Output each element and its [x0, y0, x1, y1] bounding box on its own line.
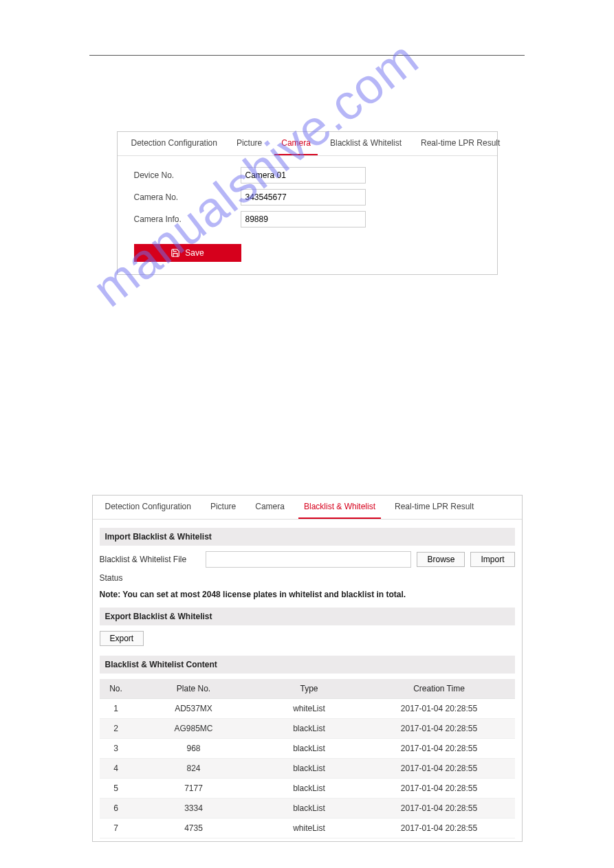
- cell-no: 4: [100, 759, 133, 779]
- cell-time: 2017-01-04 20:28:55: [364, 819, 515, 838]
- cell-time: 2017-01-04 20:28:55: [364, 759, 515, 779]
- cell-time: 2017-01-04 20:28:55: [364, 779, 515, 799]
- export-section-header: Export Blacklist & Whitelist: [100, 608, 515, 625]
- cell-plate: 4735: [133, 819, 255, 838]
- cell-type: whiteList: [255, 699, 364, 719]
- cell-plate: AG985MC: [133, 719, 255, 739]
- cell-type: blackList: [255, 719, 364, 739]
- cell-type: blackList: [255, 799, 364, 819]
- cell-time: 2017-01-04 20:28:55: [364, 739, 515, 759]
- page-divider: [89, 55, 525, 56]
- tab-camera-2[interactable]: Camera: [250, 496, 290, 519]
- save-button-label: Save: [185, 248, 204, 258]
- cell-type: whiteList: [255, 819, 364, 838]
- cell-no: 1: [100, 699, 133, 719]
- content-table: No. Plate No. Type Creation Time 1AD537M…: [100, 679, 515, 838]
- save-icon: [171, 248, 180, 258]
- cell-plate: AD537MX: [133, 699, 255, 719]
- note-text: Note: You can set at most 2048 license p…: [100, 590, 515, 599]
- cell-time: 2017-01-04 20:28:55: [364, 699, 515, 719]
- col-plate-header: Plate No.: [133, 679, 255, 699]
- cell-plate: 7177: [133, 779, 255, 799]
- cell-plate: 968: [133, 739, 255, 759]
- tab-blacklist-whitelist[interactable]: Blacklist & Whitelist: [323, 132, 408, 155]
- tab-blacklist-whitelist-2[interactable]: Blacklist & Whitelist: [298, 496, 381, 519]
- tab-realtime-lpr-2[interactable]: Real-time LPR Result: [389, 496, 479, 519]
- tab-detection-config-2[interactable]: Detection Configuration: [100, 496, 197, 519]
- table-row[interactable]: 4824blackList2017-01-04 20:28:55: [100, 759, 515, 779]
- cell-no: 2: [100, 719, 133, 739]
- device-no-label: Device No.: [134, 170, 241, 180]
- content-section-header: Blacklist & Whitelist Content: [100, 656, 515, 674]
- tabs-bar-2: Detection Configuration Picture Camera B…: [93, 496, 522, 520]
- import-button[interactable]: Import: [470, 552, 514, 567]
- cell-time: 2017-01-04 20:28:55: [364, 719, 515, 739]
- col-type-header: Type: [255, 679, 364, 699]
- col-no-header: No.: [100, 679, 133, 699]
- camera-info-label: Camera Info.: [134, 214, 241, 224]
- browse-button[interactable]: Browse: [417, 552, 465, 567]
- save-button[interactable]: Save: [134, 244, 241, 262]
- cell-no: 7: [100, 819, 133, 838]
- tab-realtime-lpr[interactable]: Real-time LPR Result: [414, 132, 507, 155]
- file-path-input[interactable]: [206, 551, 412, 568]
- tab-picture[interactable]: Picture: [230, 132, 269, 155]
- camera-info-input[interactable]: [241, 211, 366, 227]
- status-label: Status: [100, 573, 515, 583]
- tab-camera[interactable]: Camera: [274, 132, 318, 155]
- cell-no: 5: [100, 779, 133, 799]
- table-row[interactable]: 57177blackList2017-01-04 20:28:55: [100, 779, 515, 799]
- camera-settings-panel: Detection Configuration Picture Camera B…: [117, 131, 498, 275]
- blacklist-whitelist-panel: Detection Configuration Picture Camera B…: [92, 495, 523, 842]
- table-row[interactable]: 63334blackList2017-01-04 20:28:55: [100, 799, 515, 819]
- table-row[interactable]: 3968blackList2017-01-04 20:28:55: [100, 739, 515, 759]
- col-time-header: Creation Time: [364, 679, 515, 699]
- cell-type: blackList: [255, 739, 364, 759]
- cell-plate: 3334: [133, 799, 255, 819]
- cell-type: blackList: [255, 779, 364, 799]
- camera-no-label: Camera No.: [134, 192, 241, 202]
- tab-detection-config[interactable]: Detection Configuration: [124, 132, 224, 155]
- import-section-header: Import Blacklist & Whitelist: [100, 528, 515, 546]
- camera-no-input[interactable]: [241, 189, 366, 205]
- cell-no: 3: [100, 739, 133, 759]
- cell-plate: 824: [133, 759, 255, 779]
- file-field-label: Blacklist & Whitelist File: [100, 555, 200, 564]
- cell-no: 6: [100, 799, 133, 819]
- table-row[interactable]: 1AD537MXwhiteList2017-01-04 20:28:55: [100, 699, 515, 719]
- table-row[interactable]: 74735whiteList2017-01-04 20:28:55: [100, 819, 515, 838]
- device-no-input[interactable]: [241, 167, 366, 183]
- table-row[interactable]: 2AG985MCblackList2017-01-04 20:28:55: [100, 719, 515, 739]
- cell-time: 2017-01-04 20:28:55: [364, 799, 515, 819]
- export-button[interactable]: Export: [100, 631, 144, 646]
- tabs-bar-1: Detection Configuration Picture Camera B…: [118, 132, 497, 156]
- tab-picture-2[interactable]: Picture: [205, 496, 241, 519]
- cell-type: blackList: [255, 759, 364, 779]
